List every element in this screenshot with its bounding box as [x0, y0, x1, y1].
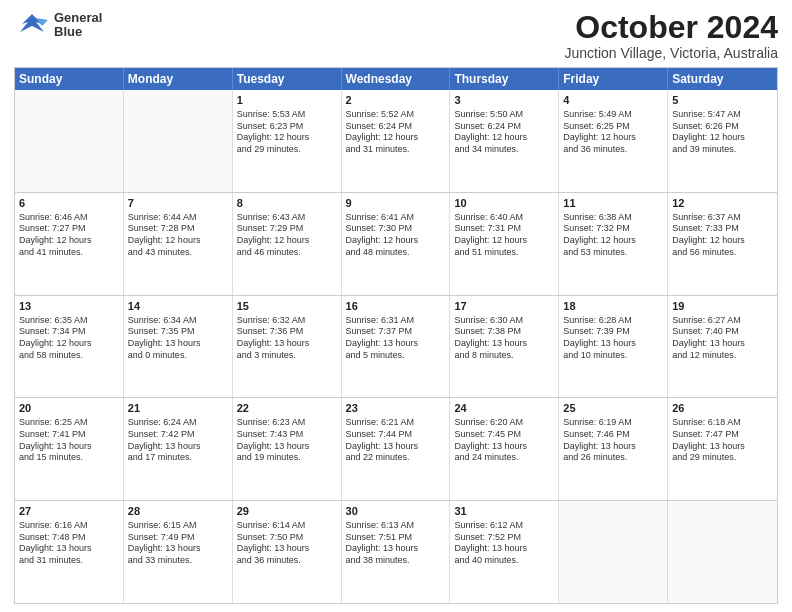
week-row-1: 1Sunrise: 5:53 AM Sunset: 6:23 PM Daylig… [15, 90, 777, 192]
cell-info: Sunrise: 5:49 AM Sunset: 6:25 PM Dayligh… [563, 109, 663, 156]
cal-cell: 18Sunrise: 6:28 AM Sunset: 7:39 PM Dayli… [559, 296, 668, 398]
cal-cell: 6Sunrise: 6:46 AM Sunset: 7:27 PM Daylig… [15, 193, 124, 295]
cal-cell: 15Sunrise: 6:32 AM Sunset: 7:36 PM Dayli… [233, 296, 342, 398]
cell-info: Sunrise: 6:13 AM Sunset: 7:51 PM Dayligh… [346, 520, 446, 567]
day-number: 27 [19, 504, 119, 519]
cal-cell: 9Sunrise: 6:41 AM Sunset: 7:30 PM Daylig… [342, 193, 451, 295]
day-header-tuesday: Tuesday [233, 68, 342, 90]
day-number: 24 [454, 401, 554, 416]
day-number: 19 [672, 299, 773, 314]
day-number: 6 [19, 196, 119, 211]
cell-info: Sunrise: 6:19 AM Sunset: 7:46 PM Dayligh… [563, 417, 663, 464]
cell-info: Sunrise: 6:32 AM Sunset: 7:36 PM Dayligh… [237, 315, 337, 362]
cal-cell: 19Sunrise: 6:27 AM Sunset: 7:40 PM Dayli… [668, 296, 777, 398]
logo-line1: General [54, 11, 102, 25]
cal-cell [559, 501, 668, 603]
day-number: 29 [237, 504, 337, 519]
cell-info: Sunrise: 6:23 AM Sunset: 7:43 PM Dayligh… [237, 417, 337, 464]
cell-info: Sunrise: 6:16 AM Sunset: 7:48 PM Dayligh… [19, 520, 119, 567]
logo-icon [14, 10, 50, 40]
cell-info: Sunrise: 6:31 AM Sunset: 7:37 PM Dayligh… [346, 315, 446, 362]
cal-cell: 26Sunrise: 6:18 AM Sunset: 7:47 PM Dayli… [668, 398, 777, 500]
day-number: 5 [672, 93, 773, 108]
logo-line2: Blue [54, 25, 102, 39]
cal-cell: 29Sunrise: 6:14 AM Sunset: 7:50 PM Dayli… [233, 501, 342, 603]
cal-cell: 24Sunrise: 6:20 AM Sunset: 7:45 PM Dayli… [450, 398, 559, 500]
cell-info: Sunrise: 5:52 AM Sunset: 6:24 PM Dayligh… [346, 109, 446, 156]
cell-info: Sunrise: 6:24 AM Sunset: 7:42 PM Dayligh… [128, 417, 228, 464]
page: General Blue October 2024 Junction Villa… [0, 0, 792, 612]
day-header-thursday: Thursday [450, 68, 559, 90]
day-number: 3 [454, 93, 554, 108]
cell-info: Sunrise: 6:34 AM Sunset: 7:35 PM Dayligh… [128, 315, 228, 362]
page-title: October 2024 [565, 10, 779, 45]
day-header-wednesday: Wednesday [342, 68, 451, 90]
logo: General Blue [14, 10, 102, 40]
day-number: 9 [346, 196, 446, 211]
cal-cell: 2Sunrise: 5:52 AM Sunset: 6:24 PM Daylig… [342, 90, 451, 192]
week-row-4: 20Sunrise: 6:25 AM Sunset: 7:41 PM Dayli… [15, 397, 777, 500]
day-number: 23 [346, 401, 446, 416]
cell-info: Sunrise: 6:14 AM Sunset: 7:50 PM Dayligh… [237, 520, 337, 567]
day-number: 8 [237, 196, 337, 211]
day-number: 15 [237, 299, 337, 314]
cal-cell: 20Sunrise: 6:25 AM Sunset: 7:41 PM Dayli… [15, 398, 124, 500]
cell-info: Sunrise: 6:41 AM Sunset: 7:30 PM Dayligh… [346, 212, 446, 259]
cal-cell: 23Sunrise: 6:21 AM Sunset: 7:44 PM Dayli… [342, 398, 451, 500]
day-number: 14 [128, 299, 228, 314]
cell-info: Sunrise: 5:53 AM Sunset: 6:23 PM Dayligh… [237, 109, 337, 156]
cal-cell: 21Sunrise: 6:24 AM Sunset: 7:42 PM Dayli… [124, 398, 233, 500]
calendar: SundayMondayTuesdayWednesdayThursdayFrid… [14, 67, 778, 604]
cell-info: Sunrise: 6:18 AM Sunset: 7:47 PM Dayligh… [672, 417, 773, 464]
day-number: 11 [563, 196, 663, 211]
day-header-friday: Friday [559, 68, 668, 90]
day-number: 28 [128, 504, 228, 519]
cal-cell: 11Sunrise: 6:38 AM Sunset: 7:32 PM Dayli… [559, 193, 668, 295]
day-number: 17 [454, 299, 554, 314]
day-number: 21 [128, 401, 228, 416]
day-number: 16 [346, 299, 446, 314]
header: General Blue October 2024 Junction Villa… [14, 10, 778, 61]
cal-cell: 16Sunrise: 6:31 AM Sunset: 7:37 PM Dayli… [342, 296, 451, 398]
calendar-body: 1Sunrise: 5:53 AM Sunset: 6:23 PM Daylig… [15, 90, 777, 603]
cal-cell: 8Sunrise: 6:43 AM Sunset: 7:29 PM Daylig… [233, 193, 342, 295]
cell-info: Sunrise: 6:12 AM Sunset: 7:52 PM Dayligh… [454, 520, 554, 567]
title-block: October 2024 Junction Village, Victoria,… [565, 10, 779, 61]
day-number: 31 [454, 504, 554, 519]
day-number: 4 [563, 93, 663, 108]
cal-cell: 4Sunrise: 5:49 AM Sunset: 6:25 PM Daylig… [559, 90, 668, 192]
cal-cell: 10Sunrise: 6:40 AM Sunset: 7:31 PM Dayli… [450, 193, 559, 295]
cell-info: Sunrise: 5:50 AM Sunset: 6:24 PM Dayligh… [454, 109, 554, 156]
cell-info: Sunrise: 6:37 AM Sunset: 7:33 PM Dayligh… [672, 212, 773, 259]
cell-info: Sunrise: 6:46 AM Sunset: 7:27 PM Dayligh… [19, 212, 119, 259]
cal-cell: 22Sunrise: 6:23 AM Sunset: 7:43 PM Dayli… [233, 398, 342, 500]
cell-info: Sunrise: 6:43 AM Sunset: 7:29 PM Dayligh… [237, 212, 337, 259]
cell-info: Sunrise: 6:44 AM Sunset: 7:28 PM Dayligh… [128, 212, 228, 259]
cal-cell: 7Sunrise: 6:44 AM Sunset: 7:28 PM Daylig… [124, 193, 233, 295]
cal-cell [124, 90, 233, 192]
cell-info: Sunrise: 6:25 AM Sunset: 7:41 PM Dayligh… [19, 417, 119, 464]
cal-cell [15, 90, 124, 192]
day-number: 25 [563, 401, 663, 416]
day-number: 2 [346, 93, 446, 108]
cal-cell: 3Sunrise: 5:50 AM Sunset: 6:24 PM Daylig… [450, 90, 559, 192]
week-row-3: 13Sunrise: 6:35 AM Sunset: 7:34 PM Dayli… [15, 295, 777, 398]
day-number: 30 [346, 504, 446, 519]
cal-cell: 27Sunrise: 6:16 AM Sunset: 7:48 PM Dayli… [15, 501, 124, 603]
cell-info: Sunrise: 6:21 AM Sunset: 7:44 PM Dayligh… [346, 417, 446, 464]
cal-cell: 5Sunrise: 5:47 AM Sunset: 6:26 PM Daylig… [668, 90, 777, 192]
day-number: 1 [237, 93, 337, 108]
page-subtitle: Junction Village, Victoria, Australia [565, 45, 779, 61]
cell-info: Sunrise: 6:20 AM Sunset: 7:45 PM Dayligh… [454, 417, 554, 464]
cal-cell: 13Sunrise: 6:35 AM Sunset: 7:34 PM Dayli… [15, 296, 124, 398]
day-header-monday: Monday [124, 68, 233, 90]
cal-cell [668, 501, 777, 603]
day-number: 10 [454, 196, 554, 211]
day-header-saturday: Saturday [668, 68, 777, 90]
cal-cell: 28Sunrise: 6:15 AM Sunset: 7:49 PM Dayli… [124, 501, 233, 603]
logo-text: General Blue [54, 11, 102, 40]
day-number: 7 [128, 196, 228, 211]
day-number: 26 [672, 401, 773, 416]
day-number: 22 [237, 401, 337, 416]
cal-cell: 30Sunrise: 6:13 AM Sunset: 7:51 PM Dayli… [342, 501, 451, 603]
